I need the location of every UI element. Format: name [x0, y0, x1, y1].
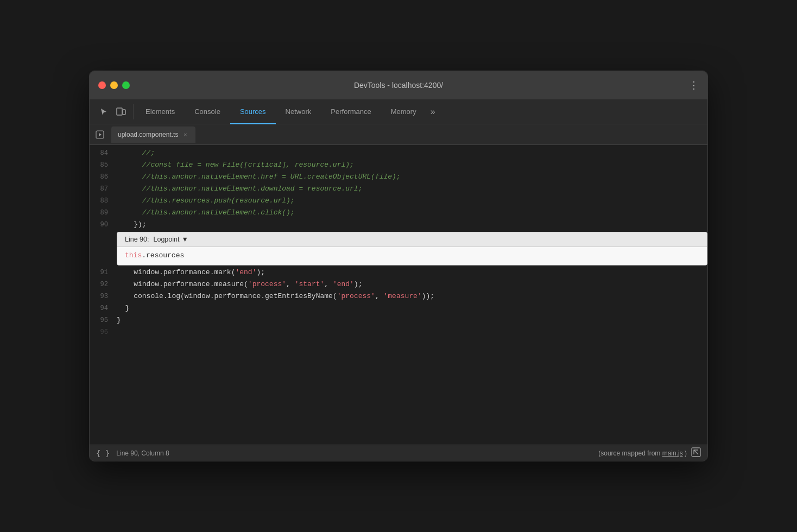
logpoint-header: Line 90: Logpoint ▼ — [117, 232, 707, 247]
code-line-87: 87 //this.anchor.nativeElement.download … — [90, 183, 707, 195]
file-tab-name: upload.component.ts — [118, 131, 178, 138]
close-button[interactable] — [98, 81, 106, 89]
line-content-91: window.performance.mark('end'); — [117, 267, 707, 278]
maximize-button[interactable] — [122, 81, 130, 89]
format-icon[interactable]: { } — [96, 449, 110, 458]
line-content-86: //this.anchor.nativeElement.href = URL.c… — [117, 171, 707, 183]
tab-console[interactable]: Console — [185, 99, 230, 124]
logpoint-code: this.resources — [125, 251, 184, 259]
device-toggle-icon[interactable] — [113, 104, 129, 119]
line-number-91: 91 — [90, 267, 117, 278]
logpoint-this-keyword: this — [125, 251, 142, 259]
line-number-85: 85 — [90, 159, 117, 171]
source-map-text: (source mapped from main.js ) — [598, 449, 687, 457]
logpoint-property: resources — [146, 251, 184, 259]
open-in-sources-icon[interactable] — [691, 447, 701, 459]
line-number-92: 92 — [90, 278, 117, 290]
line-number-84: 84 — [90, 147, 117, 159]
logpoint-popup: Line 90: Logpoint ▼ this.resources — [117, 232, 707, 265]
line-number-88: 88 — [90, 195, 117, 207]
window-title: DevTools - localhost:4200/ — [354, 81, 443, 90]
traffic-lights — [98, 81, 130, 89]
line-content-90: }); — [117, 219, 707, 231]
logpoint-line-label: Line 90: — [125, 236, 149, 243]
file-tab-upload-component[interactable]: upload.component.ts × — [111, 126, 195, 143]
logpoint-dot: . — [142, 251, 146, 259]
code-line-86: 86 //this.anchor.nativeElement.href = UR… — [90, 171, 707, 183]
line-number-90: 90 — [90, 219, 117, 231]
code-line-93: 93 console.log(window.performance.getEnt… — [90, 290, 707, 302]
code-editor: 84 //; 85 //const file = new File([criti… — [90, 145, 707, 445]
code-line-88: 88 //this.resources.push(resource.url); — [90, 195, 707, 207]
line-content-92: window.performance.measure('process', 's… — [117, 278, 707, 290]
line-content-85: //const file = new File([critical], reso… — [117, 159, 707, 171]
line-number-93: 93 — [90, 290, 117, 302]
tab-sources[interactable]: Sources — [230, 99, 276, 124]
code-line-90: 90 }); — [90, 219, 707, 231]
line-number-87: 87 — [90, 183, 117, 195]
svg-rect-0 — [117, 108, 122, 115]
line-content-94: } — [117, 302, 707, 314]
code-lines: 84 //; 85 //const file = new File([criti… — [90, 145, 707, 340]
logpoint-body[interactable]: this.resources — [117, 247, 707, 265]
line-number-89: 89 — [90, 207, 117, 219]
status-bar-right: (source mapped from main.js ) — [598, 447, 701, 459]
line-content-93: console.log(window.performance.getEntrie… — [117, 290, 707, 302]
tab-memory[interactable]: Memory — [381, 99, 426, 124]
code-line-92: 92 window.performance.measure('process',… — [90, 278, 707, 290]
line-content-95: } — [117, 314, 707, 326]
svg-line-5 — [694, 450, 698, 454]
status-bar: { } Line 90, Column 8 (source mapped fro… — [90, 445, 707, 461]
code-line-85: 85 //const file = new File([critical], r… — [90, 159, 707, 171]
file-tab-bar: upload.component.ts × — [90, 124, 707, 145]
tab-performance[interactable]: Performance — [321, 99, 381, 124]
source-map-link[interactable]: main.js — [662, 449, 683, 457]
line-content-89: //this.anchor.nativeElement.click(); — [117, 207, 707, 219]
tab-network[interactable]: Network — [276, 99, 321, 124]
logpoint-type-label: Logpoint — [153, 236, 179, 243]
logpoint-type-dropdown[interactable]: Logpoint ▼ — [153, 236, 188, 243]
line-content-88: //this.resources.push(resource.url); — [117, 195, 707, 207]
cursor-icon[interactable] — [96, 104, 111, 119]
code-line-95: 95 } — [90, 314, 707, 326]
cursor-position: Line 90, Column 8 — [116, 449, 169, 457]
code-line-94: 94 } — [90, 302, 707, 314]
line-number-96: 96 — [90, 326, 117, 338]
line-number-94: 94 — [90, 302, 117, 314]
menu-icon[interactable]: ⋮ — [689, 79, 699, 91]
tab-bar: Elements Console Sources Network Perform… — [90, 99, 707, 124]
line-content-84: //; — [117, 147, 707, 159]
svg-rect-1 — [123, 110, 125, 115]
toolbar-icons — [92, 104, 134, 119]
devtools-window: DevTools - localhost:4200/ ⋮ Elements Co… — [89, 71, 708, 461]
file-tab-close-button[interactable]: × — [181, 131, 189, 138]
code-content: 84 //; 85 //const file = new File([criti… — [90, 145, 707, 445]
line-content-87: //this.anchor.nativeElement.download = r… — [117, 183, 707, 195]
minimize-button[interactable] — [110, 81, 118, 89]
line-number-86: 86 — [90, 171, 117, 183]
code-line-96: 96 — [90, 326, 707, 338]
logpoint-dropdown-arrow: ▼ — [181, 236, 188, 243]
tab-elements[interactable]: Elements — [136, 99, 185, 124]
code-line-89: 89 //this.anchor.nativeElement.click(); — [90, 207, 707, 219]
more-tabs-button[interactable]: » — [426, 107, 440, 117]
code-line-91: 91 window.performance.mark('end'); — [90, 267, 707, 278]
svg-marker-3 — [99, 133, 102, 136]
title-bar: DevTools - localhost:4200/ ⋮ — [90, 71, 707, 99]
run-script-icon[interactable] — [94, 129, 106, 141]
code-line-84: 84 //; — [90, 147, 707, 159]
line-number-95: 95 — [90, 314, 117, 326]
